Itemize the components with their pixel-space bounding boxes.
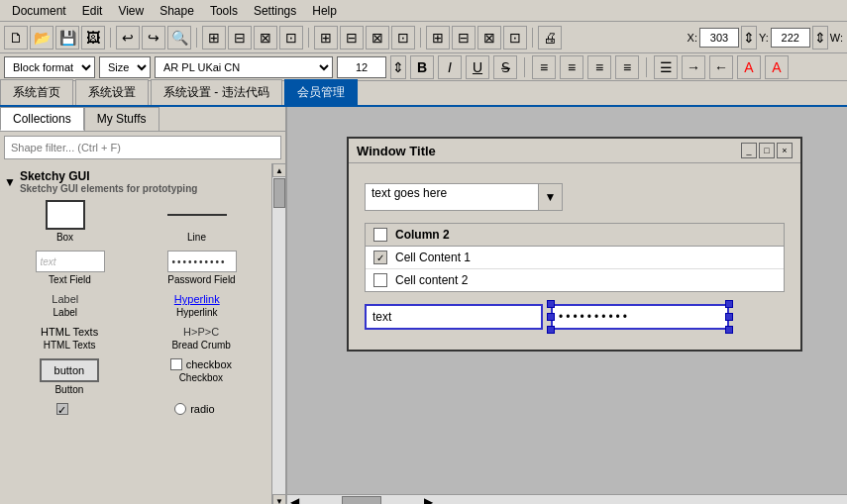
size-stepper[interactable]: ⇕ [390,55,406,79]
toolbar-align2[interactable]: ⊟ [228,26,252,50]
resize-handle-mr[interactable] [725,313,733,321]
toolbar-align1[interactable]: ⊞ [202,26,226,50]
align-center-btn[interactable]: ≡ [560,55,583,79]
window-minimize[interactable]: _ [741,143,757,158]
strikethrough-button[interactable]: S̶ [493,55,517,79]
box-shape[interactable] [46,200,85,230]
size-label-select[interactable]: Size [99,56,151,78]
tab-settings-illegal[interactable]: 系统设置 - 违法代码 [151,79,282,105]
elements-row-4: HTML Texts HTML Texts H>P>C Bread Crumb [4,322,267,354]
font-select[interactable]: AR PL UKai CN [155,56,333,78]
tab-members[interactable]: 会员管理 [284,79,358,105]
textfield-shape[interactable]: text [36,251,105,272]
button-shape[interactable]: button [40,358,99,382]
checkbox-shape[interactable]: checkbox [170,358,232,370]
line-shape[interactable] [167,214,227,216]
highlight-btn[interactable]: A [765,55,789,79]
toolbar-undo[interactable]: ↩ [116,26,140,50]
toolbar-ungroup[interactable]: ⊟ [452,26,476,50]
menu-tools[interactable]: Tools [202,2,246,20]
toolbar-group[interactable]: ⊞ [426,26,450,50]
font-size-input[interactable] [337,56,386,78]
italic-button[interactable]: I [438,55,462,79]
window-maximize[interactable]: □ [759,143,775,158]
menu-help[interactable]: Help [304,2,345,20]
list-btn[interactable]: ☰ [654,55,678,79]
shape-search-input[interactable] [4,136,281,159]
breadcrumb-shape[interactable]: H>P>C [183,326,219,338]
menu-view[interactable]: View [110,2,152,20]
canvas-area[interactable]: Window Title _ □ × text goes here ▼ [287,107,847,494]
align-justify-btn[interactable]: ≡ [615,55,639,79]
hyperlink-shape[interactable]: Hyperlink [174,293,220,305]
radio-shape[interactable]: radio [174,403,214,415]
label-shape[interactable]: Label [52,293,78,305]
bold-button[interactable]: B [410,55,434,79]
toolbar-print[interactable]: 🖨 [538,26,562,50]
resize-handle-br[interactable] [725,326,733,334]
scroll-up-btn[interactable]: ▲ [272,163,285,177]
toolbar-align3[interactable]: ⊠ [254,26,277,50]
tab-home[interactable]: 系统首页 [0,79,73,105]
scroll-down-btn[interactable]: ▼ [272,494,285,504]
header-checkbox[interactable] [373,228,387,242]
table-row-1[interactable]: ✓ Cell Content 1 [366,247,784,269]
table-row-2[interactable]: Cell content 2 [366,269,784,291]
window-close[interactable]: × [777,143,793,158]
h-scrollbar: ◀ ▶ [287,494,847,504]
toolbar-export[interactable]: 🖼 [81,26,105,50]
w-label: W: [830,32,843,44]
indent-btn[interactable]: → [682,55,705,79]
resize-handle-tr[interactable] [725,300,733,308]
underline-button[interactable]: U [466,55,489,79]
toolbar-dist4[interactable]: ⊡ [391,26,415,50]
dropdown-button[interactable]: ▼ [539,183,563,211]
scroll-thumb[interactable] [273,178,285,208]
x-stepper[interactable]: ⇕ [741,26,757,50]
element-box: Box [46,200,85,243]
resize-handle-bl[interactable] [547,326,555,334]
scroll-right-btn[interactable]: ▶ [421,495,436,505]
collapse-icon[interactable]: ▼ [4,175,16,189]
align-left-btn[interactable]: ≡ [532,55,556,79]
panel-tab-collections[interactable]: Collections [0,107,84,131]
form-password-input[interactable] [551,304,729,330]
h-scroll-thumb[interactable] [342,496,381,505]
toolbar-redo[interactable]: ↪ [142,26,165,50]
menu-edit[interactable]: Edit [74,2,111,20]
y-stepper[interactable]: ⇕ [812,26,828,50]
toolbar-dist3[interactable]: ⊠ [366,26,389,50]
toolbar-stack[interactable]: ⊠ [477,26,501,50]
checkbox2-shape[interactable]: ✓ [56,403,68,415]
menu-settings[interactable]: Settings [246,2,304,20]
row1-checkbox[interactable]: ✓ [373,251,387,264]
scroll-left-btn[interactable]: ◀ [287,495,302,505]
align-right-btn[interactable]: ≡ [587,55,611,79]
block-format-select[interactable]: Block format [4,56,95,78]
toolbar-snap[interactable]: ⊡ [503,26,527,50]
toolbar-save[interactable]: 💾 [55,26,79,50]
toolbar-dist2[interactable]: ⊟ [340,26,364,50]
passwordfield-shape[interactable]: •••••••••• [167,251,237,272]
row2-checkbox[interactable] [373,273,387,287]
tab-settings[interactable]: 系统设置 [75,79,149,105]
resize-handle-tl[interactable] [547,300,555,308]
color-btn[interactable]: A [737,55,761,79]
toolbar-zoom-out[interactable]: 🔍 [167,26,191,50]
panel-scroll-container: ▼ Sketchy GUI Sketchy GUI elements for p… [0,163,285,504]
menu-shape[interactable]: Shape [152,2,202,20]
y-input[interactable] [771,28,810,48]
htmltext-shape[interactable]: HTML Texts [41,326,98,338]
outdent-btn[interactable]: ← [709,55,733,79]
right-panel: Window Title _ □ × text goes here ▼ [287,107,847,504]
toolbar-dist1[interactable]: ⊞ [314,26,338,50]
menu-document[interactable]: Document [4,2,74,20]
form-text-input[interactable] [365,304,543,330]
panel-tab-mystuffs[interactable]: My Stuffs [84,107,159,131]
elements-row-2: text Text Field •••••••••• Password Fiel… [4,247,267,289]
resize-handle-ml[interactable] [547,313,555,321]
x-input[interactable] [699,28,739,48]
toolbar-align4[interactable]: ⊡ [279,26,303,50]
toolbar-new[interactable]: 🗋 [4,26,28,50]
toolbar-open[interactable]: 📂 [30,26,53,50]
